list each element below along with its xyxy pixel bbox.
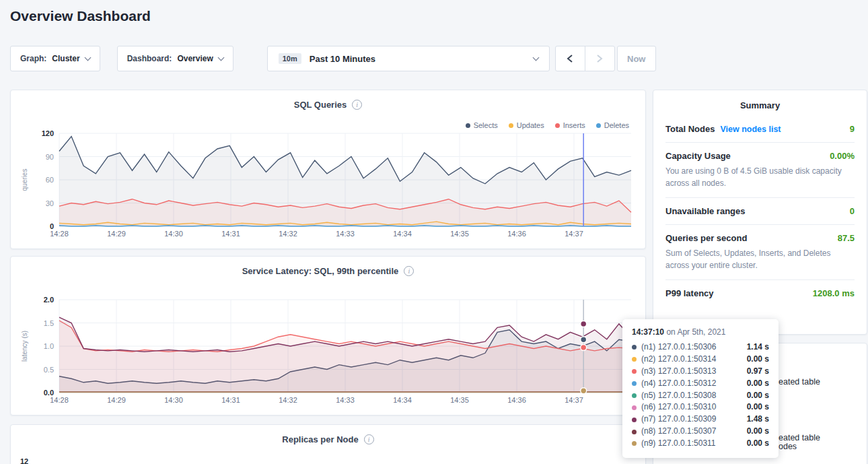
summary-item-value: 9 [850,124,855,134]
service-latency-chart-panel: Service Latency: SQL, 99th percentile 0.… [10,256,646,416]
sql-queries-plot[interactable]: 030609012014:2814:2914:3014:3114:3214:33… [19,128,638,241]
graph-scope-dropdown[interactable]: Graph: Cluster [10,46,100,71]
svg-text:14:29: 14:29 [107,396,126,404]
tooltip-node-label: (n8) 127.0.0.1:50307 [641,426,716,438]
chevron-down-icon [532,54,539,61]
tooltip-date: on Apr 5th, 2021 [664,327,725,337]
time-nav-buttons [555,46,615,71]
tooltip-node-label: (n1) 127.0.0.1:50306 [641,341,716,354]
svg-text:14:30: 14:30 [164,396,183,404]
summary-item-label: Capacity Usage [665,151,731,161]
svg-text:14:32: 14:32 [279,230,297,238]
time-range-badge: 10m [279,53,301,64]
svg-text:14:34: 14:34 [393,230,412,238]
tooltip-row: (n3) 127.0.0.1:503130.97 s [632,366,769,378]
summary-item: Unavailable ranges0 [665,197,855,224]
svg-text:14:28: 14:28 [50,230,69,238]
svg-text:30: 30 [46,199,54,207]
chevron-down-icon [217,54,224,61]
summary-item-description: Sum of Selects, Updates, Inserts, and De… [665,247,855,271]
svg-text:2.0: 2.0 [44,296,54,304]
svg-text:14:35: 14:35 [450,396,469,404]
summary-item-row: Capacity Usage0.00% [665,151,855,161]
svg-text:14:35: 14:35 [450,230,469,238]
time-next-button[interactable] [585,46,615,71]
svg-text:0.5: 0.5 [44,366,54,374]
node-color-dot-icon [632,345,637,350]
y-axis-tick-label: 12 [20,457,28,464]
svg-text:14:29: 14:29 [107,230,126,238]
graph-dropdown-label: Graph: [20,54,46,63]
now-button[interactable]: Now [617,46,656,71]
tooltip-row: (n8) 127.0.0.1:503070.00 s [632,426,769,438]
chart-title: Service Latency: SQL, 99th percentile [242,266,399,276]
svg-text:90: 90 [46,153,54,161]
event-item-text: eated table [779,433,820,442]
sql-queries-chart-panel: SQL Queries SelectsUpdatesInsertsDeletes… [10,90,646,249]
summary-item-row: Unavailable ranges0 [665,206,855,216]
svg-text:1.0: 1.0 [44,342,54,350]
summary-item-label: P99 latency [665,288,714,298]
svg-text:120: 120 [42,129,54,137]
node-color-dot-icon [632,430,637,434]
tooltip-node-label: (n2) 127.0.0.1:50314 [641,354,716,366]
service-latency-plot[interactable]: 0.00.51.01.52.014:2814:2914:3014:3114:32… [19,294,638,407]
summary-item: P99 latency1208.0 ms [665,279,855,306]
tooltip-row: (n6) 127.0.0.1:503100.00 s [632,401,769,413]
svg-text:14:31: 14:31 [221,396,240,404]
info-icon[interactable] [364,434,374,444]
svg-text:14:32: 14:32 [279,396,297,404]
svg-text:60: 60 [46,176,54,184]
tooltip-node-value: 0.00 s [747,390,769,402]
node-color-dot-icon [632,405,637,410]
svg-text:latency (s): latency (s) [21,331,28,362]
node-color-dot-icon [632,418,637,422]
summary-header: Summary [653,90,867,116]
summary-item-label: Total Nodes [665,124,715,134]
svg-text:14:36: 14:36 [507,396,526,404]
tooltip-row: (n1) 127.0.0.1:503061.14 s [632,341,769,354]
legend-dot-icon [466,123,470,128]
tooltip-rows: (n1) 127.0.0.1:503061.14 s(n2) 127.0.0.1… [632,341,769,450]
tooltip-node-value: 0.00 s [747,426,769,438]
svg-text:14:33: 14:33 [336,230,355,238]
svg-text:1.5: 1.5 [44,319,54,327]
overview-dashboard-page: Overview Dashboard Graph: Cluster Dashbo… [0,0,868,464]
summary-item: Capacity Usage0.00%You are using 0 B of … [665,142,855,197]
summary-item-value: 0 [850,206,855,216]
view-nodes-list-link[interactable]: View nodes list [720,125,781,134]
graph-dropdown-value: Cluster [52,54,79,63]
summary-item: Total NodesView nodes list9 [665,116,855,142]
chevron-left-icon [567,54,573,63]
chart-title: SQL Queries [294,100,347,110]
svg-text:14:28: 14:28 [50,396,69,404]
tooltip-node-value: 0.97 s [747,366,769,378]
tooltip-node-label: (n3) 127.0.0.1:50313 [641,366,716,378]
tooltip-node-label: (n4) 127.0.0.1:50312 [641,378,716,390]
summary-item-value: 0.00% [830,151,855,161]
summary-item-value: 87.5 [838,233,855,243]
tooltip-row: (n4) 127.0.0.1:503120.00 s [632,378,769,390]
dashboard-dropdown[interactable]: Dashboard: Overview [117,46,233,71]
svg-text:queries: queries [21,169,28,191]
tooltip-node-label: (n6) 127.0.0.1:50310 [641,401,716,413]
tooltip-node-label: (n9) 127.0.0.1:50311 [641,438,716,450]
summary-panel: Summary Total NodesView nodes list9Capac… [653,90,867,335]
info-icon[interactable] [404,266,414,276]
summary-item: Queries per second87.5Sum of Selects, Up… [665,224,855,279]
chart-title: Replicas per Node [282,434,358,444]
time-prev-button[interactable] [555,46,585,71]
tooltip-node-value: 0.00 s [747,354,769,366]
tooltip-node-label: (n7) 127.0.0.1:50309 [641,413,716,426]
node-color-dot-icon [632,357,637,362]
info-icon[interactable] [352,100,362,110]
chevron-right-icon [596,54,603,63]
tooltip-row: (n7) 127.0.0.1:503091.48 s [632,413,769,426]
node-color-dot-icon [632,393,637,398]
tooltip-row: (n9) 127.0.0.1:503110.00 s [632,438,769,450]
time-range-dropdown[interactable]: 10m Past 10 Minutes [267,46,550,71]
time-range-value: Past 10 Minutes [310,54,375,64]
svg-text:14:33: 14:33 [336,396,355,404]
legend-dot-icon [509,123,513,128]
chevron-down-icon [84,54,91,61]
